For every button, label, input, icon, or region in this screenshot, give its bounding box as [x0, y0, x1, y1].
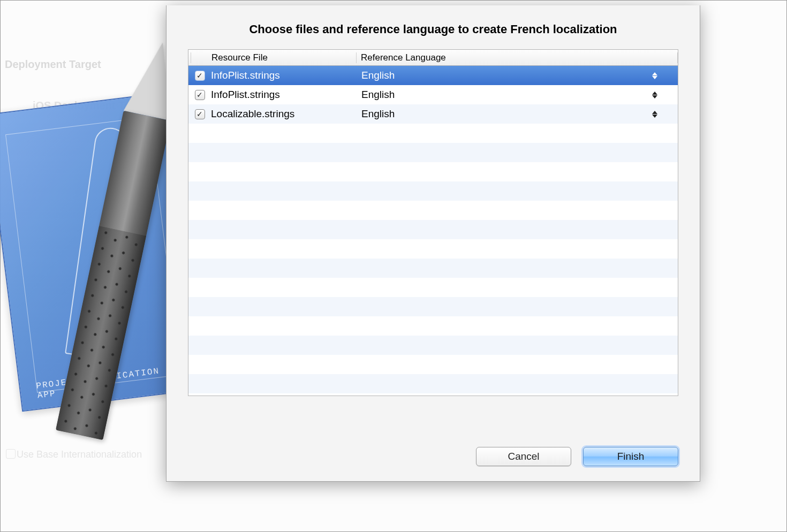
localization-sheet: Choose files and reference language to c… — [166, 5, 700, 482]
empty-row — [188, 143, 678, 162]
empty-row — [188, 316, 678, 336]
empty-row — [188, 124, 678, 143]
column-reference-language[interactable]: Reference Language — [357, 52, 678, 63]
empty-row — [188, 336, 678, 355]
empty-row — [188, 278, 678, 297]
table-row[interactable]: ✓InfoPlist.stringsEnglish — [188, 66, 678, 85]
bg-checkbox — [6, 449, 16, 459]
file-name-cell: Localizable.strings — [211, 108, 357, 120]
file-name-cell: InfoPlist.strings — [211, 89, 357, 101]
language-value: English — [361, 108, 395, 120]
empty-row — [188, 374, 678, 393]
empty-row — [188, 355, 678, 374]
bg-section-label: Deployment Target — [5, 58, 101, 71]
file-table: Resource File Reference Language ✓InfoPl… — [188, 49, 678, 396]
table-body: ✓InfoPlist.stringsEnglish✓InfoPlist.stri… — [188, 66, 678, 396]
empty-row — [188, 201, 678, 220]
table-row[interactable]: ✓InfoPlist.stringsEnglish — [188, 85, 678, 104]
language-stepper-icon[interactable] — [651, 111, 659, 118]
row-checkbox[interactable]: ✓ — [195, 109, 205, 119]
cancel-button[interactable]: Cancel — [476, 447, 571, 466]
file-name-cell: InfoPlist.strings — [211, 70, 357, 81]
column-resource-file[interactable]: Resource File — [191, 52, 357, 63]
language-cell[interactable]: English — [357, 108, 678, 120]
button-bar: Cancel Finish — [476, 447, 678, 466]
language-cell[interactable]: English — [357, 70, 678, 81]
language-value: English — [361, 89, 395, 101]
row-checkbox[interactable]: ✓ — [195, 71, 205, 81]
empty-row — [188, 259, 678, 278]
empty-row — [188, 297, 678, 316]
row-checkbox[interactable]: ✓ — [195, 90, 205, 100]
empty-row — [188, 181, 678, 201]
language-stepper-icon[interactable] — [651, 72, 659, 79]
finish-button[interactable]: Finish — [583, 447, 678, 466]
empty-row — [188, 162, 678, 181]
language-stepper-icon[interactable] — [651, 92, 659, 98]
language-value: English — [361, 70, 395, 81]
empty-row — [188, 239, 678, 259]
language-cell[interactable]: English — [357, 89, 678, 101]
empty-row — [188, 220, 678, 239]
table-row[interactable]: ✓Localizable.stringsEnglish — [188, 104, 678, 124]
table-header: Resource File Reference Language — [188, 50, 678, 66]
bg-checkbox-label: Use Base Internationalization — [17, 449, 142, 460]
sheet-title: Choose files and reference language to c… — [177, 22, 689, 36]
